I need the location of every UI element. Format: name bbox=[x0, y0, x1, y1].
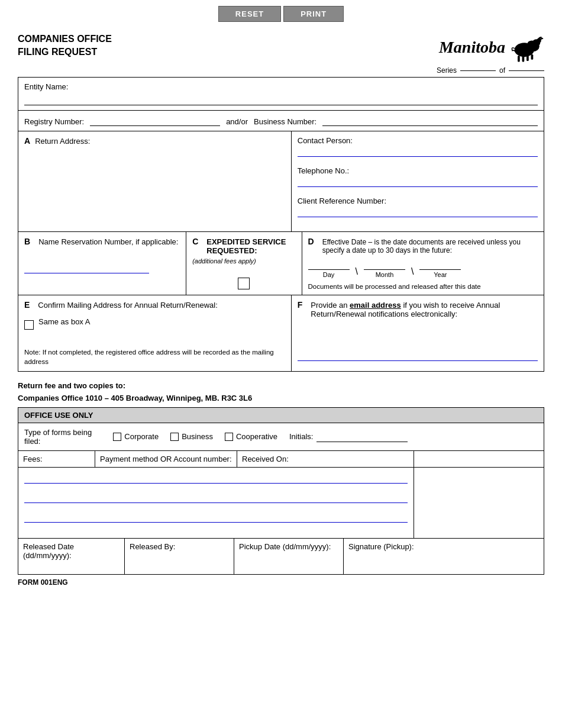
section-e-label: E bbox=[24, 300, 30, 310]
section-e: E Confirm Mailing Address for Annual Ret… bbox=[18, 295, 292, 371]
released-by-cell: Released By: bbox=[125, 539, 234, 574]
email-bold-label: email address bbox=[350, 301, 401, 310]
section-a-label: A bbox=[24, 136, 30, 146]
section-a-row: A Return Address: Contact Person: Teleph… bbox=[18, 131, 544, 232]
initials-section: Initials: bbox=[289, 431, 408, 442]
bison-icon bbox=[509, 33, 544, 62]
initials-label: Initials: bbox=[289, 432, 313, 441]
contact-person-label: Contact Person: bbox=[298, 136, 538, 145]
blue-line-3 bbox=[24, 522, 408, 523]
office-lines-row bbox=[18, 468, 544, 539]
section-f-title: Provide an email address if you wish to … bbox=[311, 301, 538, 318]
svg-rect-7 bbox=[531, 54, 534, 60]
form-outer: Entity Name: Registry Number: and/or Bus… bbox=[18, 77, 544, 372]
telephone-label: Telephone No.: bbox=[298, 166, 538, 175]
same-as-box-a-checkbox[interactable] bbox=[24, 320, 34, 330]
entity-name-input[interactable] bbox=[24, 95, 538, 105]
office-release-row: Released Date (dd/mm/yyyy): Released By:… bbox=[18, 539, 544, 574]
contact-person-input[interactable] bbox=[298, 147, 538, 157]
client-ref-input[interactable] bbox=[298, 208, 538, 217]
of-value bbox=[509, 70, 544, 71]
section-f-label: F bbox=[298, 300, 303, 310]
registry-label: Registry Number: bbox=[24, 117, 84, 126]
contact-person-field: Contact Person: bbox=[298, 136, 538, 157]
cooperative-label: Cooperative bbox=[236, 432, 277, 441]
checkbox-group: Corporate Business Cooperative bbox=[113, 432, 277, 441]
section-ef-row: E Confirm Mailing Address for Annual Ret… bbox=[18, 295, 544, 371]
section-e-note: Note: If not completed, the registered o… bbox=[24, 347, 285, 366]
business-checkbox[interactable] bbox=[170, 433, 179, 441]
section-b-title: Name Reservation Number, if applicable: bbox=[38, 237, 178, 246]
right-blank-area bbox=[414, 468, 544, 538]
business-number-input[interactable] bbox=[322, 115, 538, 126]
expedited-service-checkbox[interactable] bbox=[238, 278, 250, 289]
business-number-label: Business Number: bbox=[254, 117, 316, 126]
cooperative-checkbox-item: Cooperative bbox=[225, 432, 277, 441]
year-label: Year bbox=[434, 271, 447, 278]
business-checkbox-item: Business bbox=[170, 432, 213, 441]
year-field: Year bbox=[419, 260, 461, 278]
top-bar: RESET PRINT bbox=[0, 0, 562, 27]
fees-cell: Fees: bbox=[18, 451, 95, 467]
business-label-ou: Business bbox=[182, 432, 213, 441]
year-input[interactable] bbox=[419, 260, 461, 270]
registry-input[interactable] bbox=[90, 115, 220, 126]
reset-button[interactable]: RESET bbox=[218, 6, 281, 22]
signature-cell: Signature (Pickup): bbox=[344, 539, 544, 574]
email-input[interactable] bbox=[298, 352, 538, 361]
cooperative-checkbox[interactable] bbox=[225, 433, 233, 441]
section-d-title: Effective Date – is the date documents a… bbox=[322, 238, 538, 255]
return-address-input[interactable] bbox=[24, 150, 285, 210]
corporate-checkbox[interactable] bbox=[113, 433, 121, 441]
form-number: FORM 001ENG bbox=[18, 575, 544, 587]
series-value bbox=[460, 70, 496, 71]
same-as-box-a-label: Same as box A bbox=[38, 317, 90, 326]
section-bcd-row: B Name Reservation Number, if applicable… bbox=[18, 232, 544, 295]
print-button[interactable]: PRINT bbox=[283, 6, 344, 22]
logo-text: Manitoba bbox=[439, 38, 505, 57]
section-c-subtitle: (additional fees apply) bbox=[192, 257, 295, 265]
month-field: Month bbox=[364, 260, 405, 278]
released-date-label: Released Date (dd/mm/yyyy): bbox=[23, 542, 74, 560]
received-cell: Received On: bbox=[237, 451, 414, 467]
telephone-input[interactable] bbox=[298, 178, 538, 187]
type-label: Type of forms being filed: bbox=[24, 428, 107, 446]
form-title: COMPANIES OFFICE FILING REQUEST bbox=[18, 33, 112, 59]
series-label: Series bbox=[437, 66, 457, 75]
svg-rect-6 bbox=[527, 56, 529, 61]
section-f: F Provide an email address if you wish t… bbox=[292, 295, 544, 371]
same-as-box-a-row: Same as box A bbox=[24, 313, 285, 330]
corporate-checkbox-item: Corporate bbox=[113, 432, 159, 441]
corporate-label: Corporate bbox=[124, 432, 159, 441]
date-sep-1: \ bbox=[356, 266, 358, 278]
month-label: Month bbox=[376, 271, 394, 278]
initials-input[interactable] bbox=[316, 431, 408, 442]
section-e-title: Confirm Mailing Address for Annual Retur… bbox=[38, 301, 217, 310]
office-type-row: Type of forms being filed: Corporate Bus… bbox=[18, 423, 544, 451]
return-fee-line2: Companies Office 1010 – 405 Broadway, Wi… bbox=[18, 392, 544, 405]
date-row: Day \ Month \ Year bbox=[308, 260, 538, 278]
pickup-date-label: Pickup Date (dd/mm/yyyy): bbox=[239, 542, 331, 551]
fees-label: Fees: bbox=[23, 455, 43, 463]
section-a-left: A Return Address: bbox=[18, 131, 292, 231]
blue-line-1 bbox=[24, 483, 408, 484]
of-label: of bbox=[499, 66, 505, 75]
date-sep-2: \ bbox=[411, 266, 414, 278]
section-b-input[interactable] bbox=[24, 264, 149, 273]
day-input[interactable] bbox=[308, 260, 350, 270]
month-input[interactable] bbox=[364, 260, 405, 270]
signature-label: Signature (Pickup): bbox=[348, 542, 414, 551]
return-fee: Return fee and two copies to: Companies … bbox=[18, 376, 544, 407]
registry-row: Registry Number: and/or Business Number: bbox=[18, 111, 544, 131]
section-c: C EXPEDITED SERVICE REQUESTED: (addition… bbox=[186, 232, 302, 295]
client-ref-field: Client Reference Number: bbox=[298, 197, 538, 217]
section-b-label: B bbox=[24, 237, 30, 246]
released-by-label: Released By: bbox=[130, 542, 175, 551]
day-label: Day bbox=[323, 271, 335, 278]
section-a-title: Return Address: bbox=[35, 137, 90, 146]
entity-name-row: Entity Name: bbox=[18, 78, 544, 111]
series-line: Series of bbox=[0, 65, 562, 77]
received-label: Received On: bbox=[242, 455, 289, 463]
office-fees-row: Fees: Payment method OR Account number: … bbox=[18, 451, 544, 468]
section-d: D Effective Date – is the date documents… bbox=[302, 232, 544, 295]
